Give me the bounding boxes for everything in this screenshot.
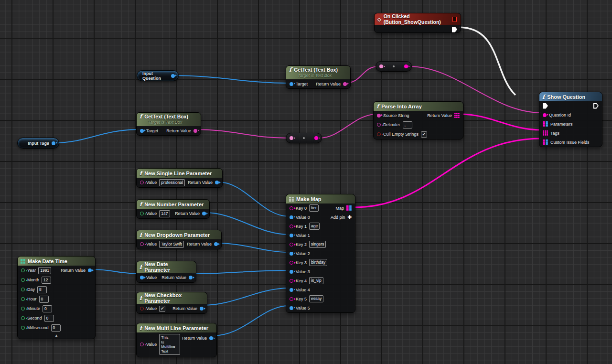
map-output-pin-icon[interactable] <box>346 205 352 211</box>
node-make-map[interactable]: Make Map Key 0 tier Map Value 0 Add pin✚… <box>286 194 355 313</box>
variable-output-pin[interactable] <box>171 74 175 78</box>
node-new-dropdown-parameter[interactable]: f New Dropdown Parameter Value Taylor Sw… <box>136 230 222 249</box>
target-pin[interactable] <box>290 82 293 86</box>
exec-output-pin[interactable] <box>452 27 457 32</box>
exec-output-pin[interactable] <box>593 103 599 109</box>
pin-label: Delimiter <box>383 122 400 127</box>
value-pin[interactable] <box>140 242 144 246</box>
wire-date-to-value3 <box>192 270 289 274</box>
value-input[interactable]: 147 <box>159 210 170 217</box>
pin-label: Value 5 <box>296 306 310 310</box>
value-3-pin[interactable] <box>290 270 293 274</box>
node-new-date-parameter[interactable]: f New Date Parameter Value Return Value <box>136 261 196 283</box>
blueprint-graph-canvas[interactable]: ◇ On Clicked (Button_ShowQuestion) f Get… <box>0 0 612 364</box>
return-value-pin[interactable] <box>214 242 218 246</box>
key-0-input[interactable]: tier <box>309 204 319 212</box>
return-value-pin[interactable] <box>343 82 347 86</box>
reroute-node-b[interactable] <box>286 133 322 143</box>
pin-label: Key 0 <box>296 206 307 211</box>
reroute-node-a[interactable] <box>376 61 412 72</box>
return-value-pin[interactable] <box>193 129 197 133</box>
reroute-input-pin[interactable] <box>379 64 383 68</box>
collapse-arrow-icon[interactable]: ▲ <box>54 334 58 338</box>
value-4-pin[interactable] <box>290 288 293 292</box>
question-id-pin[interactable] <box>543 113 547 117</box>
value-1-pin[interactable] <box>290 234 293 237</box>
return-value-pin[interactable] <box>189 276 193 279</box>
key-5-pin[interactable] <box>290 297 293 301</box>
delimiter-value-input[interactable]: , <box>403 121 412 128</box>
value-pin[interactable] <box>140 181 144 184</box>
key-2-input[interactable]: singers <box>309 241 326 248</box>
millisecond-input[interactable]: 0 <box>51 324 61 332</box>
second-input[interactable]: 0 <box>44 315 54 322</box>
return-value-pin[interactable] <box>200 307 204 310</box>
return-value-pin[interactable] <box>215 181 219 184</box>
year-pin[interactable] <box>21 268 25 272</box>
value-input[interactable]: professional <box>159 179 185 186</box>
key-3-pin[interactable] <box>290 261 293 265</box>
key-0-pin[interactable] <box>290 206 293 210</box>
day-pin[interactable] <box>21 288 25 291</box>
value-multiline-input[interactable]: This Is Multiline Text <box>159 334 180 355</box>
value-5-pin[interactable] <box>290 306 293 310</box>
hour-input[interactable]: 0 <box>39 296 49 303</box>
node-new-checkbox-parameter[interactable]: f New Checkbox Parameter Value Return Va… <box>136 292 207 314</box>
variable-output-pin[interactable] <box>52 141 55 145</box>
millisecond-pin[interactable] <box>21 326 25 330</box>
month-pin[interactable] <box>21 278 25 282</box>
value-pin[interactable] <box>140 307 144 310</box>
reroute-output-pin[interactable] <box>314 136 318 140</box>
array-pin-icon[interactable] <box>454 113 460 118</box>
hour-pin[interactable] <box>21 297 25 301</box>
cull-empty-strings-checkbox[interactable] <box>421 131 427 138</box>
source-string-pin[interactable] <box>377 114 381 118</box>
map-pin-icon[interactable] <box>543 121 548 127</box>
target-pin[interactable] <box>140 129 144 133</box>
variable-input-question[interactable]: Input Question <box>137 70 179 81</box>
key-4-input[interactable]: is_vip <box>309 277 323 284</box>
exec-input-pin[interactable] <box>543 103 548 109</box>
node-gettext-b[interactable]: f GetText (Text Box) Target is Text Box … <box>136 112 201 136</box>
variable-input-tags[interactable]: Input Tags <box>17 138 59 149</box>
reroute-output-pin[interactable] <box>404 64 408 68</box>
cull-empty-strings-pin[interactable] <box>377 132 381 136</box>
day-input[interactable]: 8 <box>37 286 47 293</box>
add-pin-button[interactable]: Add pin✚ <box>331 215 352 220</box>
return-value-pin[interactable] <box>202 212 206 215</box>
node-make-date-time[interactable]: Make Date Time Year 1991 Return Value Mo… <box>17 256 96 339</box>
node-gettext-a[interactable]: f GetText (Text Box) Target is Text Box … <box>286 65 351 89</box>
year-input[interactable]: 1991 <box>38 267 51 274</box>
month-input[interactable]: 12 <box>42 277 51 284</box>
key-1-pin[interactable] <box>290 225 293 228</box>
map-pin-icon[interactable] <box>543 139 548 145</box>
minute-input[interactable]: 0 <box>43 305 52 312</box>
value-input[interactable]: Taylor Swift <box>159 241 183 248</box>
minute-pin[interactable] <box>21 307 25 310</box>
pin-label: Value <box>146 242 157 246</box>
node-new-single-line-parameter[interactable]: f New Single Line Parameter Value profes… <box>136 168 223 188</box>
value-pin[interactable] <box>140 343 144 346</box>
key-1-input[interactable]: age <box>309 223 320 230</box>
delimiter-pin[interactable] <box>377 123 381 127</box>
reroute-input-pin[interactable] <box>290 136 293 140</box>
node-show-question[interactable]: f Show Question Question Id Parameters T… <box>539 92 602 147</box>
node-on-clicked-event[interactable]: ◇ On Clicked (Button_ShowQuestion) <box>374 13 461 33</box>
value-2-pin[interactable] <box>290 252 293 256</box>
value-checkbox[interactable] <box>159 306 165 312</box>
value-pin[interactable] <box>140 212 144 215</box>
value-0-pin[interactable] <box>290 215 293 219</box>
array-pin-icon[interactable] <box>543 130 548 136</box>
key-5-input[interactable]: essay <box>309 295 323 302</box>
key-2-pin[interactable] <box>290 243 293 246</box>
node-parse-into-array[interactable]: f Parse Into Array Source String Return … <box>373 101 463 139</box>
key-3-input[interactable]: birthday <box>309 259 327 266</box>
return-value-pin[interactable] <box>88 268 92 272</box>
second-pin[interactable] <box>21 316 25 320</box>
key-4-pin[interactable] <box>290 279 293 283</box>
value-pin[interactable] <box>140 276 144 279</box>
node-new-multi-line-parameter[interactable]: f New Multi Line Parameter Value This Is… <box>136 323 217 357</box>
node-new-number-parameter[interactable]: f New Number Parameter Value 147 Return … <box>136 199 210 219</box>
return-value-pin[interactable] <box>209 336 213 340</box>
delegate-pin[interactable] <box>452 17 457 22</box>
